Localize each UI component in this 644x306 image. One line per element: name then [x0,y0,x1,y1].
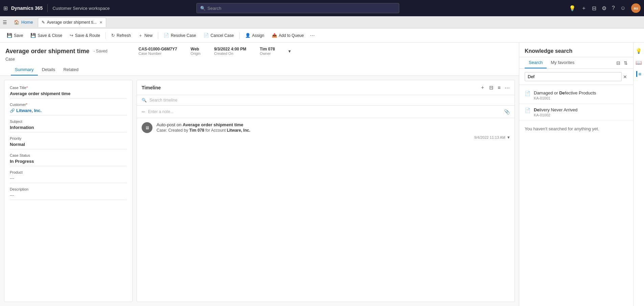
entry-subtitle-mid: for Account [204,128,227,133]
timeline-columns-icon[interactable]: ≡ [498,85,501,90]
subject-value[interactable]: Information [10,125,127,132]
hamburger-icon[interactable]: ☰ [3,20,7,25]
tab-summary[interactable]: Summary [11,64,38,75]
note-edit-icon: ✏ [142,109,145,114]
case-title: Average order shipment time [5,48,89,55]
top-navigation: ⊞ Dynamics 365 Customer Service workspac… [0,0,644,16]
kp-result-title-1: Damaged or Defective Products [534,90,628,95]
timeline-entry: 🖥 Auto-post on Average order shipment ti… [137,118,515,144]
kp-sort-icon[interactable]: ⇅ [624,60,628,66]
product-value[interactable]: --- [10,176,127,183]
owner-group: Tim 078 Owner [260,47,275,56]
settings-icon[interactable]: ⚙ [602,5,606,12]
global-search-box[interactable]: 🔍 [196,3,399,13]
kp-result-item-1[interactable]: 📄 Damaged or Defective Products KA-01001 [519,87,633,104]
owner-value: Tim 078 [260,47,275,51]
refresh-label: Refresh [117,33,131,38]
user-avatar[interactable]: au [631,3,641,13]
kp-lightbulb-icon[interactable]: 💡 [636,48,642,54]
kp-book-icon[interactable]: 📖 [636,60,642,66]
add-icon[interactable]: ＋ [581,5,587,12]
case-title-value[interactable]: Average order shipment time [10,91,127,99]
kp-result-item-2[interactable]: 📄 Delivery Never Arrived KA-01002 [519,104,633,121]
case-status-value[interactable]: In Progress [10,159,127,166]
lightbulb-icon[interactable]: 💡 [569,5,576,12]
save-button[interactable]: 💾 Save [3,31,26,40]
timeline-action-icons: ＋ ⊟ ≡ ⋯ [480,84,510,91]
timeline-header: Timeline ＋ ⊟ ≡ ⋯ [137,80,515,95]
subject-label: Subject [10,119,127,124]
expand-icon[interactable]: ▾ [288,48,291,54]
grid-icon[interactable]: ⊞ [3,5,8,12]
tab-active-case[interactable]: ✎ Average order shipment ti... ✕ [38,18,106,27]
save-route-button[interactable]: ↪ Save & Route [66,31,103,40]
attach-icon[interactable]: 📎 [504,109,510,114]
add-to-queue-button[interactable]: 📤 Add to Queue [268,31,307,40]
kp-search-input[interactable] [525,72,622,81]
description-value[interactable]: --- [10,193,127,200]
cancel-case-button[interactable]: 📄 Cancel Case [200,31,237,40]
new-icon: ＋ [138,32,143,39]
case-type: Case [5,57,514,62]
owner-label: Owner [260,51,275,56]
toolbar-more-button[interactable]: ⋯ [308,31,317,40]
toolbar-sep-1 [105,32,106,39]
case-header: Average order shipment time - Saved CAS-… [0,43,519,76]
resolve-icon: 📄 [164,33,169,38]
tab-related[interactable]: Related [59,64,82,75]
priority-field: Priority Normal [10,136,127,149]
priority-label: Priority [10,136,127,140]
kp-tab-favorites[interactable]: My favorites [547,57,578,68]
home-icon: 🏠 [14,20,19,25]
tab-details[interactable]: Details [38,64,59,75]
save-close-button[interactable]: 💾 Save & Close [27,31,66,40]
priority-value[interactable]: Normal [10,142,127,149]
product-field: Product --- [10,170,127,183]
toolbar-sep-2 [158,32,158,39]
customer-value[interactable]: 🔗 Litware, Inc. [10,108,127,115]
filter-icon[interactable]: ⊟ [592,5,596,12]
timeline-search-input[interactable] [149,98,510,103]
note-input[interactable] [148,109,501,114]
timeline-add-icon[interactable]: ＋ [480,84,485,91]
entry-content: Auto-post on Average order shipment time… [157,122,510,140]
kp-result-doc-icon-1: 📄 [525,91,530,96]
workspace-name: Customer Service workspace [52,6,110,11]
timeline-panel: Timeline ＋ ⊟ ≡ ⋯ 🔍 ✏ 📎 [137,80,515,302]
kp-tab-search[interactable]: Search [525,57,547,68]
save-close-icon: 💾 [30,33,36,38]
entry-subtitle-prefix: Case: Created by [157,128,189,133]
entry-expand-icon[interactable]: ▾ [507,135,510,140]
kp-filter-icon[interactable]: ⊟ [616,60,620,66]
user-icon[interactable]: ☺ [620,5,626,11]
tab-close-icon[interactable]: ✕ [99,20,102,25]
global-search-input[interactable] [208,6,396,11]
entry-avatar: 🖥 [142,122,152,133]
entry-avatar-icon: 🖥 [145,125,149,130]
entry-user: Tim 078 [189,128,204,133]
tab-bar: ☰ 🏠 Home ✎ Average order shipment ti... … [0,16,644,28]
new-label: New [144,33,152,38]
timeline-more-icon[interactable]: ⋯ [505,85,510,91]
cancel-icon: 📄 [204,33,209,38]
kp-results-list: 📄 Damaged or Defective Products KA-01001… [519,85,633,306]
resolve-case-button[interactable]: 📄 Resolve Case [160,31,199,40]
cancel-case-label: Cancel Case [211,33,234,38]
kp-right-icon-strip: 💡 📖 ≡ [633,43,644,306]
refresh-button[interactable]: ↻ Refresh [108,31,134,40]
save-close-label: Save & Close [38,33,62,38]
timeline-title: Timeline [142,85,480,90]
entry-title-bold: Average order shipment time [183,122,243,127]
subject-field: Subject Information [10,119,127,132]
timeline-filter-icon[interactable]: ⊟ [489,85,494,91]
entry-title: Auto-post on Average order shipment time [157,122,510,127]
case-title-field: Case Title* Average order shipment time [10,86,127,99]
case-status-label: Case Status [10,153,127,157]
tab-home[interactable]: 🏠 Home [10,18,37,27]
assign-button[interactable]: 👤 Assign [242,31,268,40]
kp-active-panel-icon[interactable]: ≡ [636,71,642,77]
help-icon[interactable]: ? [612,5,615,11]
new-button[interactable]: ＋ New [135,31,156,40]
resolve-case-label: Resolve Case [171,33,196,38]
kp-clear-icon[interactable]: ✕ [623,74,627,80]
